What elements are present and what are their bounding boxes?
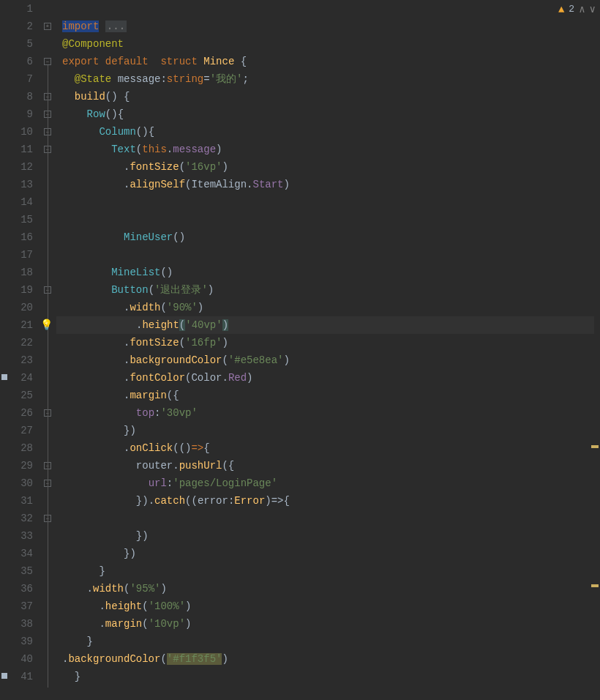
- code-line[interactable]: MineList(): [62, 264, 600, 281]
- code-line[interactable]: import ...: [62, 18, 600, 35]
- code-line[interactable]: Row(){: [62, 105, 600, 123]
- lightbulb-icon[interactable]: 💡: [40, 319, 53, 331]
- line-number[interactable]: 15: [9, 211, 33, 228]
- bookmark-marker[interactable]: [1, 673, 7, 679]
- code-line[interactable]: }).catch((error:Error)=>{: [62, 492, 600, 510]
- line-number[interactable]: 34: [9, 545, 33, 562]
- breakpoint-gutter[interactable]: [0, 0, 9, 700]
- code-line[interactable]: url:'pages/LoginPage': [62, 474, 600, 492]
- line-number[interactable]: 39: [9, 633, 33, 650]
- line-number[interactable]: 2: [9, 18, 33, 35]
- line-number[interactable]: 35: [9, 562, 33, 580]
- line-number-gutter[interactable]: 1 2 5 6 7 8 9 10 11 12 13 14 15 16 17 18…: [9, 0, 42, 700]
- next-highlight-icon[interactable]: ∨: [590, 3, 596, 15]
- code-area[interactable]: import ... @Component export default str…: [56, 0, 600, 700]
- code-line[interactable]: .fontSize('16fp'): [62, 334, 600, 351]
- line-number[interactable]: 13: [9, 176, 33, 193]
- fold-handle-icon[interactable]: –: [44, 58, 51, 65]
- line-number[interactable]: 36: [9, 580, 33, 597]
- code-line[interactable]: Column(){: [62, 123, 600, 141]
- code-line[interactable]: }: [62, 562, 600, 580]
- warning-count: 2: [569, 4, 574, 15]
- line-number[interactable]: 33: [9, 527, 33, 545]
- code-line[interactable]: }): [62, 527, 600, 545]
- line-number[interactable]: 38: [9, 615, 33, 633]
- code-line[interactable]: .width('95%'): [62, 580, 600, 597]
- line-number[interactable]: 32: [9, 510, 33, 527]
- line-number[interactable]: 17: [9, 246, 33, 264]
- code-editor[interactable]: 1 2 5 6 7 8 9 10 11 12 13 14 15 16 17 18…: [0, 0, 600, 700]
- code-line[interactable]: @Component: [62, 35, 600, 53]
- code-line[interactable]: }): [62, 545, 600, 562]
- line-number[interactable]: 23: [9, 351, 33, 369]
- line-number[interactable]: 14: [9, 193, 33, 211]
- line-number[interactable]: 7: [9, 70, 33, 88]
- inspection-summary: ▲ 2 ∧ ∨: [558, 3, 596, 15]
- line-number[interactable]: 27: [9, 422, 33, 439]
- code-line[interactable]: .fontColor(Color.Red): [62, 369, 600, 387]
- code-line[interactable]: [62, 0, 600, 18]
- line-number[interactable]: 6: [9, 53, 33, 70]
- code-line[interactable]: .alignSelf(ItemAlign.Start): [62, 176, 600, 193]
- code-line[interactable]: .height('100%'): [62, 597, 600, 615]
- line-number[interactable]: 8: [9, 88, 33, 105]
- line-number[interactable]: 1: [9, 0, 33, 18]
- code-line[interactable]: .width('90%'): [62, 299, 600, 316]
- code-line[interactable]: }: [62, 668, 600, 685]
- line-number[interactable]: 29: [9, 457, 33, 474]
- code-line[interactable]: Text(this.message): [62, 141, 600, 158]
- line-number[interactable]: 24: [9, 369, 33, 387]
- line-number[interactable]: 12: [9, 158, 33, 176]
- code-line[interactable]: }: [62, 633, 600, 650]
- code-line[interactable]: }): [62, 422, 600, 439]
- code-line[interactable]: 💡 .height('40vp'): [62, 316, 600, 334]
- code-line[interactable]: .backgroundColor('#f1f3f5'): [62, 650, 600, 668]
- line-number[interactable]: 26: [9, 404, 33, 422]
- code-line[interactable]: Button('退出登录'): [62, 281, 600, 299]
- line-number[interactable]: 19: [9, 281, 33, 299]
- line-number[interactable]: 31: [9, 492, 33, 510]
- line-number[interactable]: 18: [9, 264, 33, 281]
- code-line[interactable]: @State message:string='我的';: [62, 70, 600, 88]
- code-line[interactable]: build() {: [62, 88, 600, 105]
- line-number[interactable]: 10: [9, 123, 33, 141]
- line-number[interactable]: 16: [9, 228, 33, 246]
- line-number[interactable]: 37: [9, 597, 33, 615]
- code-line[interactable]: .margin({: [62, 387, 600, 404]
- warning-icon: ▲: [558, 4, 564, 15]
- code-line[interactable]: .margin('10vp'): [62, 615, 600, 633]
- code-line[interactable]: [62, 510, 600, 527]
- fold-handle-icon[interactable]: +: [44, 23, 51, 30]
- line-number[interactable]: 30: [9, 474, 33, 492]
- line-number[interactable]: 20: [9, 299, 33, 316]
- code-line[interactable]: .fontSize('16vp'): [62, 158, 600, 176]
- code-line[interactable]: MineUser(): [62, 228, 600, 246]
- line-number[interactable]: 9: [9, 105, 33, 123]
- code-line[interactable]: .onClick(()=>{: [62, 439, 600, 457]
- line-number[interactable]: 41: [9, 668, 33, 685]
- line-number[interactable]: 21: [9, 316, 33, 334]
- code-line[interactable]: .backgroundColor('#e5e8ea'): [62, 351, 600, 369]
- prev-highlight-icon[interactable]: ∧: [579, 3, 585, 15]
- code-line[interactable]: router.pushUrl({: [62, 457, 600, 474]
- code-line[interactable]: export default struct Mince {: [62, 53, 600, 70]
- code-line[interactable]: [62, 246, 600, 264]
- bookmark-marker[interactable]: [1, 374, 7, 380]
- code-line[interactable]: [62, 211, 600, 228]
- folded-region[interactable]: ...: [105, 21, 127, 32]
- line-number[interactable]: 22: [9, 334, 33, 351]
- line-number[interactable]: 11: [9, 141, 33, 158]
- fold-gutter[interactable]: + – – – – – – – – – –: [42, 0, 56, 700]
- line-number[interactable]: 25: [9, 387, 33, 404]
- code-line[interactable]: top:'30vp': [62, 404, 600, 422]
- line-number[interactable]: 5: [9, 35, 33, 53]
- line-number[interactable]: 28: [9, 439, 33, 457]
- line-number[interactable]: 40: [9, 650, 33, 668]
- code-line[interactable]: [62, 193, 600, 211]
